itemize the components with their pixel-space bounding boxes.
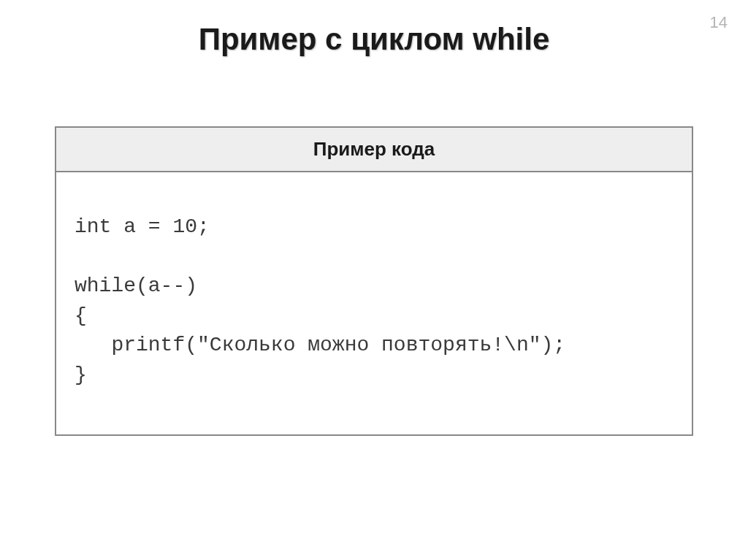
- slide-title: Пример с циклом while: [0, 0, 748, 57]
- page-number: 14: [710, 13, 728, 32]
- code-example-box: Пример кода int a = 10; while(a--) { pri…: [55, 126, 693, 436]
- code-box-header: Пример кода: [56, 128, 692, 172]
- code-content: int a = 10; while(a--) { printf("Сколько…: [56, 172, 692, 434]
